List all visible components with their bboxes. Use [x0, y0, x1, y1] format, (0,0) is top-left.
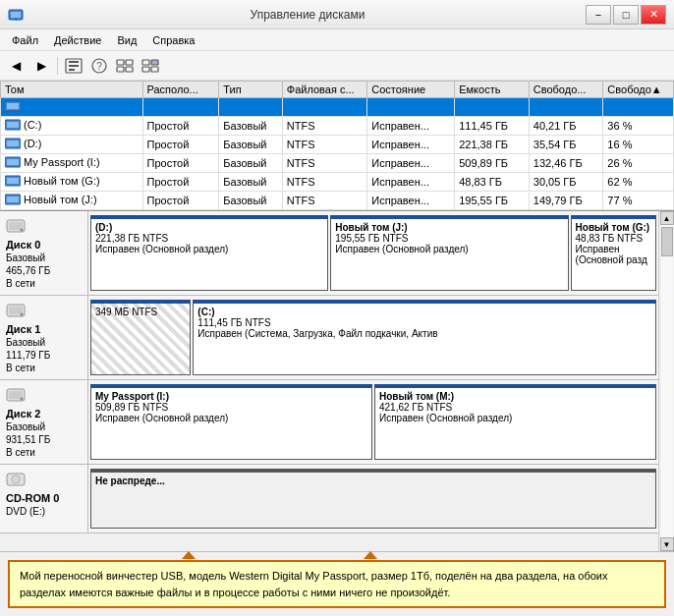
toolbar-btn3[interactable]: [139, 55, 162, 77]
volume-data-cell: 195,55 ГБ: [455, 192, 530, 210]
volumes-table-area: Том Располо... Тип Файловая с... Состоян…: [0, 81, 674, 211]
scroll-track[interactable]: [661, 225, 673, 537]
partition-name: Новый том (G:): [576, 222, 651, 233]
scroll-thumb[interactable]: [661, 227, 673, 256]
table-row[interactable]: Новый том (G:)ПростойБазовыйNTFSИсправен…: [1, 173, 674, 192]
col-header-fs: Файловая с...: [282, 82, 366, 98]
volume-data-cell: [603, 98, 674, 117]
volume-name-cell: (D:): [1, 136, 143, 154]
table-row[interactable]: (C:)ПростойБазовыйNTFSИсправен...111,45 …: [1, 117, 674, 136]
disk-partitions: (D:) 221,38 ГБ NTFS Исправен (Основной р…: [88, 211, 658, 295]
partition[interactable]: Новый том (M:) 421,62 ГБ NTFS Исправен (…: [374, 384, 656, 460]
disk-size: 465,76 ГБ: [6, 265, 82, 276]
partition-status: Исправен (Система, Загрузка, Файл подкач…: [197, 328, 651, 339]
toolbar-back[interactable]: ◀: [4, 55, 28, 77]
toolbar-btn2[interactable]: [113, 55, 137, 77]
main-content: Том Располо... Тип Файловая с... Состоян…: [0, 81, 674, 616]
col-header-raspo: Располо...: [142, 82, 219, 98]
maximize-button[interactable]: □: [613, 5, 639, 25]
info-box-text: Мой переносной винчестер USB, модель Wes…: [20, 570, 608, 598]
close-button[interactable]: ✕: [641, 5, 666, 25]
volume-data-cell: [455, 98, 530, 117]
volume-data-cell: 35,54 ГБ: [529, 136, 603, 154]
volume-data-cell: [219, 98, 282, 117]
disk-name: Диск 0: [6, 239, 82, 251]
svg-rect-28: [7, 196, 19, 202]
partition-size: 349 МБ NTFS: [95, 307, 186, 317]
volume-data-cell: Простой: [142, 192, 219, 210]
volume-name-cell: My Passport (I:): [1, 154, 143, 173]
table-row[interactable]: My Passport (I:)ПростойБазовыйNTFSИсправ…: [1, 154, 674, 173]
svg-rect-14: [151, 60, 158, 65]
volume-data-cell: Простой: [142, 154, 219, 173]
col-header-emk: Емкость: [455, 82, 530, 98]
volume-data-cell: Базовый: [219, 154, 282, 173]
partition-name: Новый том (M:): [379, 391, 651, 402]
disk-type: Базовый: [6, 421, 82, 432]
disk-icon: [6, 217, 82, 237]
menu-view[interactable]: Вид: [109, 32, 144, 48]
svg-rect-20: [7, 122, 19, 128]
disk-row: Диск 1 Базовый 111,79 ГБ В сети 349 МБ N…: [0, 296, 658, 380]
volume-data-cell: Базовый: [219, 117, 282, 136]
disk-name: CD-ROM 0: [6, 492, 82, 504]
volume-data-cell: Простой: [142, 136, 219, 154]
svg-rect-11: [117, 67, 124, 72]
disks-area: Диск 0 Базовый 465,76 ГБ В сети (D:) 221…: [0, 211, 658, 551]
scroll-up[interactable]: ▲: [660, 211, 674, 225]
partition[interactable]: 349 МБ NTFS: [90, 300, 191, 375]
disk-status: В сети: [6, 278, 82, 289]
menu-action[interactable]: Действие: [46, 32, 109, 48]
volume-data-cell: Базовый: [219, 136, 282, 154]
disk-icon: [6, 471, 82, 490]
svg-rect-12: [126, 67, 133, 72]
scroll-down[interactable]: ▼: [660, 537, 674, 551]
menu-file[interactable]: Файл: [4, 32, 46, 48]
partition[interactable]: Новый том (G:) 48,83 ГБ NTFS Исправен (О…: [571, 215, 656, 291]
partition[interactable]: Новый том (J:) 195,55 ГБ NTFS Исправен (…: [330, 215, 568, 291]
menubar: Файл Действие Вид Справка: [0, 29, 674, 51]
volume-data-cell: Простой: [142, 173, 219, 192]
table-row[interactable]: (D:)ПростойБазовыйNTFSИсправен...221,38 …: [1, 136, 674, 154]
partition[interactable]: My Passport (I:) 509,89 ГБ NTFS Исправен…: [90, 384, 372, 460]
toolbar-btn1[interactable]: [62, 55, 85, 77]
partition[interactable]: (C:) 111,45 ГБ NTFS Исправен (Система, З…: [193, 300, 656, 375]
partition-size: 221,38 ГБ NTFS: [95, 233, 323, 244]
svg-rect-15: [142, 67, 149, 72]
volume-data-cell: 149,79 ГБ: [529, 192, 603, 210]
volume-data-cell: 40,21 ГБ: [529, 117, 603, 136]
vertical-scrollbar[interactable]: ▲ ▼: [658, 211, 674, 551]
disk-status: В сети: [6, 363, 82, 373]
svg-rect-30: [9, 222, 23, 230]
toolbar-help[interactable]: ?: [87, 55, 111, 77]
svg-rect-10: [126, 60, 133, 65]
minimize-button[interactable]: −: [586, 5, 611, 25]
volume-name-cell: (C:): [1, 117, 143, 136]
disk-type: Базовый: [6, 252, 82, 263]
disk-label: Диск 2 Базовый 931,51 ГБ В сети: [0, 380, 88, 464]
svg-point-37: [21, 398, 24, 401]
col-header-state: Состояние: [367, 82, 455, 98]
volume-data-cell: [282, 98, 366, 117]
volume-data-cell: 30,05 ГБ: [529, 173, 603, 192]
svg-rect-36: [9, 391, 23, 399]
svg-rect-26: [7, 178, 19, 184]
disk-name: Диск 2: [6, 408, 82, 420]
disk-type: DVD (E:): [6, 506, 82, 517]
svg-rect-5: [69, 65, 79, 67]
table-row[interactable]: Новый том (J:)ПростойБазовыйNTFSИсправен…: [1, 192, 674, 210]
volume-data-cell: Исправен...: [367, 117, 455, 136]
partition-size: 509,89 ГБ NTFS: [95, 402, 367, 413]
volume-data-cell: [529, 98, 603, 117]
svg-point-40: [15, 478, 18, 481]
menu-help[interactable]: Справка: [144, 32, 202, 48]
disk-row: CD-ROM 0 DVD (E:) Не распреде...: [0, 465, 658, 533]
table-row[interactable]: [1, 98, 674, 117]
toolbar-forward[interactable]: ▶: [29, 55, 53, 77]
partition[interactable]: Не распреде...: [90, 469, 656, 529]
partition[interactable]: (D:) 221,38 ГБ NTFS Исправен (Основной р…: [90, 215, 328, 291]
volume-data-cell: 111,45 ГБ: [455, 117, 530, 136]
partition-name: My Passport (I:): [95, 391, 367, 402]
partition-status: Исправен (Основной раздел): [379, 413, 651, 423]
volume-data-cell: Исправен...: [367, 136, 455, 154]
